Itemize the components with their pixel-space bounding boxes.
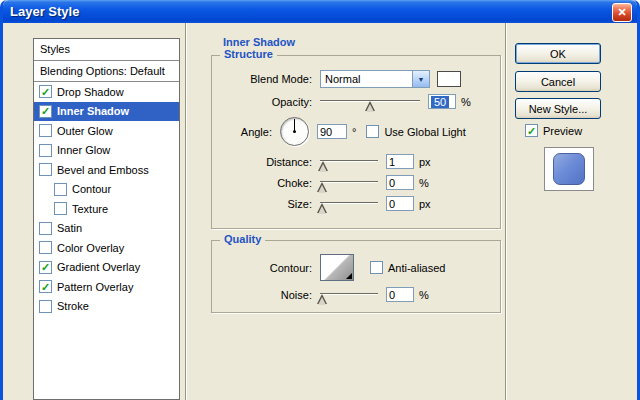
style-enable-checkbox[interactable]: ✓ (39, 261, 52, 274)
size-unit: px (419, 198, 431, 210)
style-row-label: Inner Shadow (57, 105, 129, 117)
style-preview-thumbnail (553, 153, 585, 185)
opacity-input[interactable]: 50 (428, 94, 456, 109)
style-row-stroke[interactable]: Stroke (34, 297, 179, 317)
new-style-button[interactable]: New Style... (515, 98, 601, 119)
window-title: Layer Style (10, 4, 79, 19)
use-global-light-checkbox[interactable] (366, 125, 379, 138)
shadow-color-swatch[interactable] (437, 71, 461, 87)
angle-value: 90 (320, 126, 332, 138)
slider-track (320, 160, 378, 162)
angle-dial[interactable] (280, 117, 309, 146)
preview-checkbox[interactable]: ✓ (525, 124, 538, 137)
ok-button[interactable]: OK (515, 43, 601, 64)
style-enable-checkbox[interactable] (39, 222, 52, 235)
style-row-label: Color Overlay (57, 242, 124, 254)
distance-input[interactable]: 1 (386, 154, 414, 169)
noise-row: Noise: 0 % (212, 287, 500, 302)
angle-input[interactable]: 90 (317, 124, 347, 139)
use-global-light-checkbox-row: Use Global Light (366, 125, 465, 138)
choke-value: 0 (389, 177, 395, 189)
angle-label: Angle: (220, 126, 280, 138)
styles-list: Styles Blending Options: Default ✓Drop S… (33, 38, 180, 400)
style-row-label: Satin (57, 222, 82, 234)
styles-list-header[interactable]: Styles (34, 39, 179, 61)
title-bar[interactable]: Layer Style (3, 0, 637, 23)
cancel-button[interactable]: Cancel (515, 71, 601, 92)
angle-center-dot (293, 130, 296, 133)
style-row-label: Pattern Overlay (57, 281, 133, 293)
slider-thumb[interactable] (317, 289, 327, 304)
distance-label: Distance: (220, 156, 320, 168)
style-row-label: Drop Shadow (57, 86, 124, 98)
slider-thumb[interactable] (318, 156, 328, 171)
blending-options-item[interactable]: Blending Options: Default (34, 61, 179, 82)
quality-group: Quality Contour: Anti-aliased Noise: 0 % (211, 240, 501, 313)
size-value: 0 (389, 198, 395, 210)
opacity-unit: % (461, 96, 471, 108)
slider-track (320, 202, 378, 204)
style-row-contour[interactable]: Contour (34, 180, 179, 200)
dialog-content: Styles Blending Options: Default ✓Drop S… (6, 23, 634, 400)
noise-input[interactable]: 0 (386, 287, 414, 302)
quality-legend: Quality (220, 233, 265, 245)
style-row-label: Contour (72, 183, 111, 195)
anti-aliased-label: Anti-aliased (388, 262, 445, 274)
choke-input[interactable]: 0 (386, 175, 414, 190)
noise-slider[interactable] (320, 287, 378, 302)
style-enable-checkbox[interactable]: ✓ (39, 280, 52, 293)
style-row-texture[interactable]: Texture (34, 199, 179, 219)
style-enable-checkbox[interactable] (54, 183, 67, 196)
style-row-label: Texture (72, 203, 108, 215)
style-row-bevel-and-emboss[interactable]: Bevel and Emboss (34, 160, 179, 180)
choke-label: Choke: (220, 177, 320, 189)
distance-value: 1 (389, 156, 395, 168)
style-row-drop-shadow[interactable]: ✓Drop Shadow (34, 82, 179, 102)
slider-thumb[interactable] (365, 96, 375, 111)
style-row-label: Stroke (57, 300, 89, 312)
blend-mode-label: Blend Mode: (220, 73, 320, 85)
contour-row: Contour: Anti-aliased (212, 254, 500, 281)
style-enable-checkbox[interactable] (39, 300, 52, 313)
style-row-outer-glow[interactable]: Outer Glow (34, 121, 179, 141)
size-input[interactable]: 0 (386, 196, 414, 211)
style-enable-checkbox[interactable]: ✓ (39, 85, 52, 98)
distance-slider[interactable] (320, 154, 378, 169)
style-enable-checkbox[interactable] (54, 202, 67, 215)
blend-mode-row: Blend Mode: Normal ▼ (212, 70, 500, 88)
distance-row: Distance: 1 px (212, 154, 500, 169)
blend-mode-dropdown[interactable]: Normal ▼ (320, 70, 430, 88)
page-title: Inner Shadow (223, 36, 295, 48)
opacity-slider[interactable] (320, 94, 420, 109)
style-row-satin[interactable]: Satin (34, 219, 179, 239)
structure-group: Structure Blend Mode: Normal ▼ Opacity: … (211, 55, 501, 229)
anti-aliased-checkbox[interactable] (370, 261, 383, 274)
size-slider[interactable] (320, 196, 378, 211)
preview-checkbox-row: ✓ Preview (525, 124, 582, 137)
style-row-label: Bevel and Emboss (57, 164, 149, 176)
use-global-light-label: Use Global Light (384, 126, 465, 138)
slider-thumb[interactable] (317, 177, 327, 192)
style-enable-checkbox[interactable] (39, 241, 52, 254)
preview-label: Preview (543, 125, 582, 137)
contour-picker[interactable] (320, 254, 354, 281)
style-row-pattern-overlay[interactable]: ✓Pattern Overlay (34, 277, 179, 297)
style-row-label: Outer Glow (57, 125, 113, 137)
choke-slider[interactable] (320, 175, 378, 190)
style-row-color-overlay[interactable]: Color Overlay (34, 238, 179, 258)
style-row-inner-shadow[interactable]: ✓Inner Shadow (34, 102, 179, 122)
noise-value: 0 (389, 289, 395, 301)
style-enable-checkbox[interactable] (39, 124, 52, 137)
style-row-inner-glow[interactable]: Inner Glow (34, 141, 179, 161)
chevron-down-icon[interactable]: ▼ (412, 71, 429, 87)
noise-unit: % (419, 289, 429, 301)
size-label: Size: (220, 198, 320, 210)
slider-thumb[interactable] (317, 198, 327, 213)
close-button[interactable]: ✕ (612, 3, 632, 22)
style-row-gradient-overlay[interactable]: ✓Gradient Overlay (34, 258, 179, 278)
style-enable-checkbox[interactable] (39, 163, 52, 176)
opacity-value: 50 (431, 96, 449, 108)
style-enable-checkbox[interactable]: ✓ (39, 105, 52, 118)
size-row: Size: 0 px (212, 196, 500, 211)
style-enable-checkbox[interactable] (39, 144, 52, 157)
